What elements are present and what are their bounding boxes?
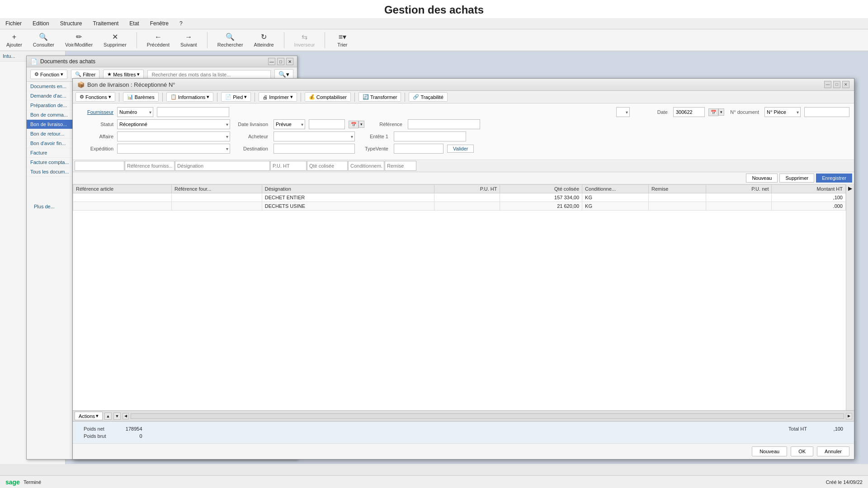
expedition-select[interactable]: [117, 144, 230, 154]
scroll-right-end[interactable]: ▶: [846, 413, 852, 419]
fournisseur-value-input[interactable]: [157, 107, 229, 117]
footer-nouveau-button[interactable]: Nouveau: [752, 446, 787, 456]
filtrer-button[interactable]: 🔍 Filtrer: [71, 70, 99, 79]
page-title: Gestion des achats: [0, 0, 868, 18]
input-conditionnement[interactable]: [348, 161, 384, 171]
win-close[interactable]: ✕: [286, 58, 293, 65]
delete-icon: ✕: [112, 33, 118, 41]
menu-fichier[interactable]: Fichier: [4, 19, 24, 28]
date-livraison-select[interactable]: Prévue: [274, 119, 305, 129]
date-dropdown-icon[interactable]: ▾: [718, 108, 724, 116]
n-document-value-input[interactable]: [804, 107, 849, 117]
table-nouveau-button[interactable]: Nouveau: [746, 174, 778, 183]
win-maximize[interactable]: □: [277, 58, 284, 65]
tracabilite-button[interactable]: 🔗 Traçabilité: [409, 92, 447, 102]
fonctions-button[interactable]: ⚙ Fonctions ▾: [75, 92, 115, 102]
acheteur-label: Acheteur: [234, 134, 270, 139]
menu-structure[interactable]: Structure: [58, 19, 84, 28]
bl-win-maximize[interactable]: □: [833, 81, 840, 88]
menu-traitement[interactable]: Traitement: [91, 19, 120, 28]
suivant-button[interactable]: → Suivant: [178, 32, 200, 49]
date-livraison-calendar-icon[interactable]: 📅: [349, 121, 359, 128]
voir-modifier-button[interactable]: ✏ Voir/Modifier: [62, 31, 95, 49]
date-input[interactable]: [673, 107, 705, 117]
entete1-input[interactable]: [394, 131, 466, 141]
table-side-arrow[interactable]: ▶: [846, 184, 854, 410]
bl-footer: Nouveau OK Annuler: [73, 443, 854, 459]
acheteur-select[interactable]: [274, 131, 355, 141]
footer-annuler-button[interactable]: Annuler: [817, 446, 849, 456]
input-pu-ht[interactable]: [270, 161, 307, 171]
bl-tool-sep-7: [405, 93, 405, 102]
input-ref-article[interactable]: [75, 161, 124, 171]
input-ref-fournisseur[interactable]: [125, 161, 175, 171]
ajouter-button[interactable]: + Ajouter: [4, 32, 25, 49]
date-livraison-dropdown[interactable]: ▾: [359, 121, 364, 128]
rechercher-button[interactable]: 🔍 Rechercher: [215, 31, 246, 49]
menu-fenetre[interactable]: Fenêtre: [148, 19, 170, 28]
date-livraison-input[interactable]: [309, 119, 345, 129]
actions-button[interactable]: Actions ▾: [75, 412, 103, 420]
trier-button[interactable]: ≡▾ Trier: [332, 31, 352, 49]
right-arrow-icon: ▶: [848, 185, 852, 192]
scroll-up-arrow[interactable]: ▲: [104, 413, 112, 420]
destination-input[interactable]: [274, 144, 355, 154]
transformer-button[interactable]: 🔄 Transformer: [359, 92, 401, 102]
supprimer-button[interactable]: ✕ Supprimer: [101, 31, 129, 49]
table-row[interactable]: DECHETS USINE 21 620,00 KG .000: [73, 202, 846, 211]
affaire-label: Affaire: [77, 134, 113, 139]
imprimer-button[interactable]: 🖨 Imprimer ▾: [259, 92, 297, 102]
main-toolbar: + Ajouter 🔍 Consulter ✏ Voir/Modifier ✕ …: [0, 29, 868, 51]
statut-label: Statut: [77, 122, 113, 127]
atteindre-button[interactable]: ↻ Atteindre: [251, 31, 277, 49]
bl-app-icon: 📦: [77, 81, 85, 88]
inverseur-button[interactable]: ⇆ Inverseur: [292, 31, 318, 49]
menu-help[interactable]: ?: [178, 19, 184, 28]
calendar-icon[interactable]: 📅: [708, 108, 718, 116]
table-supprimer-button[interactable]: Supprimer: [779, 174, 814, 183]
footer-ok-button[interactable]: OK: [791, 446, 813, 456]
n-document-type-select[interactable]: N° Pièce: [764, 107, 801, 117]
fonction-button[interactable]: ⚙ Fonction ▾: [30, 70, 67, 79]
date-livraison-calendar[interactable]: 📅 ▾: [349, 121, 364, 128]
table-enregistrer-button[interactable]: Enregistrer: [816, 174, 852, 183]
consulter-button[interactable]: 🔍 Consulter: [30, 31, 57, 49]
table-scroll[interactable]: Référence article Référence four... Dési…: [73, 184, 846, 410]
valider-button[interactable]: Valider: [447, 145, 474, 153]
precedent-button[interactable]: ← Précédent: [144, 32, 172, 49]
win-minimize[interactable]: —: [268, 58, 275, 65]
totals-left-table: Poids net 178954 Poids brut 0: [80, 425, 146, 440]
fournisseur-type-select[interactable]: Numéro: [117, 107, 153, 117]
date-calendar[interactable]: 📅 ▾: [708, 108, 721, 116]
reference-input[interactable]: [408, 119, 480, 129]
typevente-input[interactable]: [394, 144, 443, 154]
table-row[interactable]: DECHET ENTIER 157 334,00 KG ,100: [73, 193, 846, 202]
scroll-left-arrow[interactable]: ◀: [123, 413, 129, 419]
scroll-down-arrow[interactable]: ▼: [113, 413, 121, 420]
docs-window-controls: — □ ✕: [268, 58, 293, 65]
bl-win-minimize[interactable]: —: [824, 81, 831, 88]
scroll-track[interactable]: [131, 413, 844, 419]
cell-qte-colisee: 21 620,00: [500, 202, 582, 211]
baremes-button[interactable]: 📊 Barèmes: [123, 92, 159, 102]
informations-button[interactable]: 📋 Informations ▾: [166, 92, 214, 102]
pied-button[interactable]: 📄 Pied ▾: [221, 92, 251, 102]
input-designation[interactable]: [175, 161, 270, 171]
menu-edition[interactable]: Edition: [31, 19, 51, 28]
mes-filtres-button[interactable]: ★ Mes filtres ▾: [103, 70, 144, 79]
affaire-select[interactable]: [117, 131, 230, 141]
star-icon: ★: [107, 71, 112, 77]
fournisseur-label[interactable]: Fournisseur: [77, 109, 113, 115]
statut-select[interactable]: Réceptionné: [117, 119, 230, 129]
affaire-wrap: [117, 131, 230, 141]
comptabiliser-button[interactable]: 💰 Comptabiliser: [305, 92, 351, 102]
fournisseur-extra-select[interactable]: [616, 107, 630, 117]
bl-win-close[interactable]: ✕: [842, 81, 849, 88]
menu-bar: Fichier Edition Structure Traitement Eta…: [0, 18, 868, 29]
docs-search-input[interactable]: [147, 70, 271, 79]
input-remise[interactable]: [385, 161, 416, 171]
plus-de-link[interactable]: Plus de...: [30, 202, 58, 211]
menu-etat[interactable]: Etat: [127, 19, 141, 28]
statut-wrap: Réceptionné: [117, 119, 230, 129]
input-qte-colisee[interactable]: [307, 161, 348, 171]
